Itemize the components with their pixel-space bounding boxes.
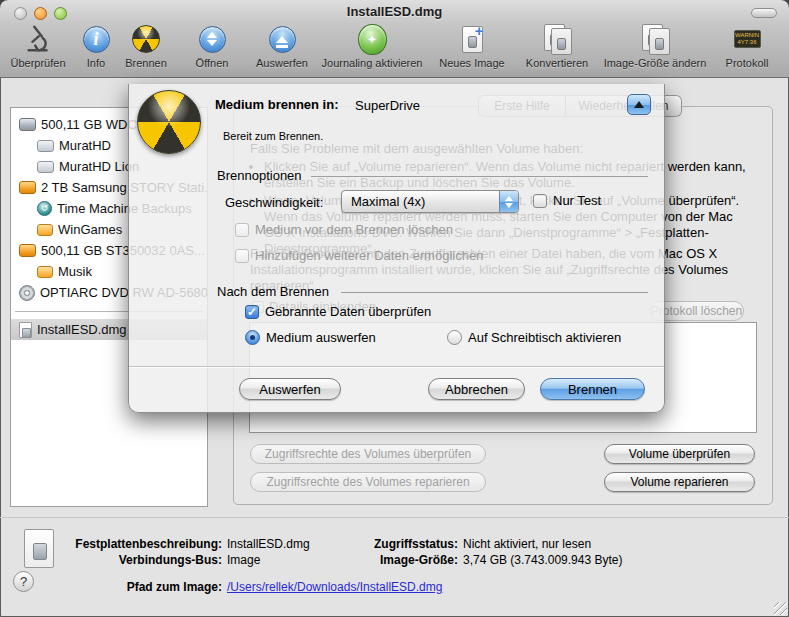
log-warning-icon: WARNIN4Y7:36 <box>731 23 763 55</box>
window-chrome: InstallESD.dmg Überprüfen i Info Brennen… <box>0 0 789 78</box>
test-only-checkbox[interactable]: Nur Test <box>533 193 601 208</box>
window-title: InstallESD.dmg <box>0 4 789 19</box>
mount-arrows-icon <box>196 23 228 55</box>
burn-sheet-dialog: Medium brennen in: SuperDrive Bereit zum… <box>128 84 665 413</box>
internal-disk-icon <box>19 118 36 131</box>
sidebar-item-label: MuratHD <box>59 138 111 153</box>
repair-volume-button[interactable]: Volume reparieren <box>604 472 755 492</box>
external-disk-icon <box>19 181 36 194</box>
repair-permissions-button[interactable]: Zugriffsrechte des Volumes reparieren <box>250 472 486 492</box>
disk-description-label: Festplattenbeschreibung: <box>40 537 222 551</box>
volume-icon <box>37 161 54 173</box>
checkbox <box>533 194 547 208</box>
collapse-disclosure-button[interactable] <box>627 94 651 115</box>
speed-label: Geschwindigkeit: <box>225 195 323 210</box>
button-label: Abbrechen <box>445 382 508 397</box>
disk-utility-window: InstallESD.dmg Überprüfen i Info Brennen… <box>0 0 789 617</box>
optical-disc-icon <box>19 285 35 301</box>
button-label: Volume überprüfen <box>629 447 730 461</box>
checkbox <box>235 223 249 237</box>
volume-icon <box>37 266 53 278</box>
image-path-label: Pfad zum Image: <box>40 580 222 594</box>
checkbox-label: Nur Test <box>553 193 601 208</box>
resize-grip[interactable] <box>774 602 787 615</box>
external-disk-icon <box>19 244 36 257</box>
log-icon-text: WARNIN <box>735 32 759 38</box>
burn-status-text: Bereit zum Brennen. <box>223 130 323 142</box>
eject-button[interactable]: Auswerfen <box>239 378 341 400</box>
button-area-divider <box>129 366 664 367</box>
disk-image-icon <box>19 322 32 338</box>
erase-before-burn-checkbox[interactable]: Medium vor dem Brennen löschen <box>235 222 453 237</box>
help-glyph: ? <box>20 574 27 589</box>
verify-burned-data-checkbox[interactable]: ✓ Gebrannte Daten überprüfen <box>245 304 431 319</box>
info-status-bar: ? Festplattenbeschreibung: InstallESD.dm… <box>0 517 789 617</box>
radio-label: Auf Schreibtisch aktivieren <box>468 330 621 345</box>
burn-button[interactable]: Brennen <box>540 378 645 400</box>
button-label: Volume reparieren <box>630 475 728 489</box>
radio-unselected <box>447 330 462 345</box>
access-status-value: Nicht aktiviert, nur lesen <box>463 537 591 551</box>
burn-speed-popup[interactable]: Maximal (4x) <box>341 190 519 213</box>
burn-radiation-icon-large <box>137 90 201 154</box>
dialog-title: Medium brennen in: <box>215 97 339 112</box>
convert-documents-icon <box>541 23 573 55</box>
image-path-link[interactable]: /Users/rellek/Downloads/InstallESD.dmg <box>227 580 442 594</box>
image-size-label: Image-Größe: <box>330 553 458 567</box>
popup-stepper-icon <box>499 191 518 212</box>
connection-bus-value: Image <box>227 553 260 567</box>
popup-selected-value: Maximal (4x) <box>342 194 499 209</box>
verify-permissions-button[interactable]: Zugriffsrechte des Volumes überprüfen <box>250 444 486 464</box>
log-icon-text: 4Y7:36 <box>737 39 756 45</box>
sidebar-item-label: Musik <box>58 264 92 279</box>
toolbar-label: Öffnen <box>196 57 229 69</box>
toolbar-label: Neues Image <box>439 57 504 69</box>
help-button[interactable]: ? <box>13 571 34 592</box>
image-size-value: 3,74 GB (3.743.009.943 Byte) <box>463 553 622 567</box>
checkbox-label: Hinzufügen weiterer Daten ermöglichen <box>255 248 483 263</box>
toolbar-item-journaling[interactable]: ✦ Journaling aktivieren <box>317 23 427 69</box>
checkbox <box>235 249 249 263</box>
button-label: Zugriffsrechte des Volumes überprüfen <box>265 447 472 461</box>
cancel-button[interactable]: Abbrechen <box>428 378 525 400</box>
sidebar-item-label: WinGames <box>58 222 122 237</box>
section-divider <box>311 176 648 177</box>
mount-on-desktop-radio[interactable]: Auf Schreibtisch aktivieren <box>447 330 621 345</box>
toolbar-label: Auswerfen <box>256 57 308 69</box>
radio-selected <box>245 330 260 345</box>
button-label: Zugriffsrechte des Volumes reparieren <box>266 475 469 489</box>
toolbar-toggle-capsule[interactable] <box>751 8 777 18</box>
time-machine-icon: ↺ <box>37 201 52 216</box>
image-path-link-wrap: /Users/rellek/Downloads/InstallESD.dmg <box>227 580 442 594</box>
toolbar-label: Konvertieren <box>526 57 588 69</box>
triangle-up-icon <box>634 101 644 108</box>
toolbar-label: Protokoll <box>726 57 769 69</box>
volume-icon <box>37 224 53 236</box>
sidebar-item-label: InstallESD.dmg <box>37 322 127 337</box>
toolbar-label: Image-Größe ändern <box>604 57 707 69</box>
eject-media-radio[interactable]: Medium auswerfen <box>245 330 376 345</box>
section-header-burn-options: Brennoptionen <box>217 168 302 183</box>
new-image-document-icon: + <box>456 23 488 55</box>
checkbox-checked: ✓ <box>245 305 259 319</box>
connection-bus-label: Verbindungs-Bus: <box>40 553 222 567</box>
section-header-after-burn: Nach dem Brennen <box>217 284 329 299</box>
radio-label: Medium auswerfen <box>266 330 376 345</box>
access-status-label: Zugriffsstatus: <box>330 537 458 551</box>
checkbox-label: Gebrannte Daten überprüfen <box>265 304 431 319</box>
resize-image-documents-icon <box>639 23 671 55</box>
eject-icon <box>266 23 298 55</box>
verify-volume-button[interactable]: Volume überprüfen <box>604 444 755 464</box>
button-label: Brennen <box>568 382 617 397</box>
journaling-green-disk-icon: ✦ <box>356 23 388 55</box>
checkbox-label: Medium vor dem Brennen löschen <box>255 222 453 237</box>
allow-additional-data-checkbox[interactable]: Hinzufügen weiterer Daten ermöglichen <box>235 248 483 263</box>
toolbar-item-log[interactable]: WARNIN4Y7:36 Protokoll <box>692 23 789 69</box>
toolbar-label: Journaling aktivieren <box>322 57 423 69</box>
button-label: Auswerfen <box>259 382 320 397</box>
disk-description-value: InstallESD.dmg <box>227 537 310 551</box>
volume-icon <box>37 140 54 152</box>
toolbar-item-convert[interactable]: Konvertieren <box>502 23 612 69</box>
section-divider <box>341 292 648 293</box>
burn-device-name: SuperDrive <box>355 98 420 113</box>
